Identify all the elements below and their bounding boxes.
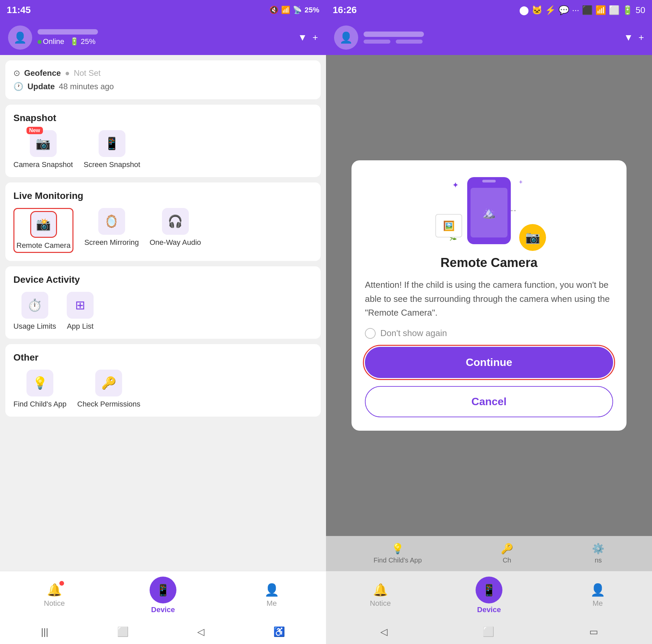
dropdown-icon[interactable]: ▼ bbox=[298, 32, 307, 43]
me-label-right: Me bbox=[593, 599, 603, 608]
strip-ns: ⚙️ ns bbox=[592, 543, 604, 564]
wifi-icon: 📶 bbox=[281, 6, 290, 15]
add-icon[interactable]: + bbox=[313, 32, 318, 43]
check-permissions-item[interactable]: 🔑 Check Permissions bbox=[77, 370, 140, 408]
clock-icon: 🕐 bbox=[13, 82, 24, 91]
status-bar-left: 11:45 🔇 📶 📡 25% bbox=[0, 0, 326, 20]
nav-home-right[interactable]: ⬜ bbox=[483, 626, 494, 637]
screen-mirroring-item[interactable]: 🪞 Screen Mirroring bbox=[84, 208, 139, 253]
modal-overlay: ✦ + 🌿 🍃 🖼️ 🏔️ bbox=[326, 55, 652, 536]
screen-snapshot-icon-box: 📱 bbox=[99, 130, 126, 157]
strip-find-child-icon: 💡 bbox=[391, 543, 404, 555]
left-phone: 11:45 🔇 📶 📡 25% 👤 Online 🔋 25% ▼ + ⊙ bbox=[0, 0, 326, 644]
dot-top-right: + bbox=[519, 179, 522, 186]
phone-illustration: 🏔️ bbox=[467, 177, 511, 244]
nav-back-right[interactable]: ◁ bbox=[380, 626, 388, 637]
nav-menu-icon[interactable]: ||| bbox=[41, 626, 48, 637]
wifi-icon-right: 📶 bbox=[595, 5, 606, 16]
camera-badge: 📷 bbox=[519, 224, 546, 251]
update-label: Update bbox=[27, 82, 55, 91]
dont-show-radio[interactable] bbox=[365, 328, 376, 339]
snapshot-items: New 📷 Camera Snapshot 📱 Screen Snapshot bbox=[13, 130, 313, 169]
find-childs-app-item[interactable]: 💡 Find Child's App bbox=[13, 370, 66, 408]
header-info: Online 🔋 25% bbox=[37, 29, 293, 46]
time-right: 16:26 bbox=[333, 5, 357, 16]
name-bar-right bbox=[363, 31, 424, 37]
status-bar-right: 16:26 ⬤ 🐱 ⚡ 💬 ··· ⬛ 📶 ⬜ 🔋 50 bbox=[326, 0, 652, 20]
system-nav-left: ||| ⬜ ◁ ♿ bbox=[0, 619, 326, 644]
device-activity-title: Device Activity bbox=[13, 274, 313, 285]
strip-check-label: Ch bbox=[503, 557, 512, 564]
app-list-item[interactable]: ⊞ App List bbox=[67, 292, 93, 331]
nav-device[interactable]: 📱 Device bbox=[143, 576, 183, 614]
notice-icon-right: 🔔 bbox=[373, 583, 388, 597]
status-icons-left: 🔇 📶 📡 25% bbox=[269, 6, 319, 15]
dont-show-label: Don't show again bbox=[380, 328, 447, 339]
phone-screen: 🏔️ bbox=[470, 188, 508, 238]
avatar: 👤 bbox=[8, 26, 32, 50]
dropdown-icon-right[interactable]: ▼ bbox=[624, 32, 633, 43]
nav-notice-right[interactable]: 🔔 Notice bbox=[360, 583, 401, 608]
dont-show-row[interactable]: Don't show again bbox=[365, 328, 613, 339]
camera-snapshot-item[interactable]: New 📷 Camera Snapshot bbox=[13, 130, 73, 169]
notice-icon: 🔔 bbox=[47, 583, 62, 597]
nav-notice[interactable]: 🔔 Notice bbox=[34, 583, 75, 608]
name-bar bbox=[37, 29, 98, 34]
battery-left: 25% bbox=[304, 6, 319, 15]
header-status-right bbox=[363, 39, 619, 44]
nav-accessibility-icon[interactable]: ♿ bbox=[273, 626, 285, 637]
notice-label: Notice bbox=[44, 599, 65, 608]
add-icon-right[interactable]: + bbox=[639, 32, 644, 43]
nav-recent-right[interactable]: ▭ bbox=[589, 626, 598, 637]
screen-snapshot-item[interactable]: 📱 Screen Snapshot bbox=[83, 130, 140, 169]
strip-ns-icon: ⚙️ bbox=[592, 543, 604, 555]
header-right: 👤 ▼ + bbox=[326, 20, 652, 55]
header-left: 👤 Online 🔋 25% ▼ + bbox=[0, 20, 326, 55]
signal-icon: 📡 bbox=[293, 6, 302, 15]
live-monitoring-section: Live Monitoring 📸 Remote Camera 🪞 Screen… bbox=[5, 183, 321, 261]
nav-me-right[interactable]: 👤 Me bbox=[577, 583, 618, 608]
nav-me[interactable]: 👤 Me bbox=[251, 583, 292, 608]
battery-status: 🔋 25% bbox=[70, 37, 96, 46]
header-actions[interactable]: ▼ + bbox=[298, 32, 318, 43]
new-badge: New bbox=[27, 127, 43, 134]
nav-back-icon[interactable]: ◁ bbox=[197, 626, 205, 637]
usage-limits-item[interactable]: ⏱️ Usage Limits bbox=[13, 292, 56, 331]
continue-button[interactable]: Continue bbox=[365, 347, 613, 378]
screen-mirroring-icon-box: 🪞 bbox=[98, 208, 125, 235]
online-dot bbox=[37, 40, 42, 44]
me-icon-right: 👤 bbox=[590, 583, 605, 597]
update-row: 🕐 Update 48 minutes ago bbox=[13, 82, 313, 91]
header-actions-right[interactable]: ▼ + bbox=[624, 32, 644, 43]
one-way-audio-label: One-Way Audio bbox=[150, 238, 201, 247]
one-way-audio-item[interactable]: 🎧 One-Way Audio bbox=[150, 208, 201, 253]
camera-snapshot-icon-box: New 📷 bbox=[30, 130, 57, 157]
more-icon: ··· bbox=[572, 5, 579, 16]
chat-icon: 💬 bbox=[559, 5, 569, 16]
remote-camera-icon-box: 📸 bbox=[30, 211, 57, 238]
find-childs-app-icon-box: 💡 bbox=[27, 370, 53, 397]
remote-camera-label: Remote Camera bbox=[17, 241, 71, 250]
remote-camera-item[interactable]: 📸 Remote Camera bbox=[13, 208, 74, 253]
me-icon: 👤 bbox=[264, 583, 279, 597]
modal-body: Attention! If the child is using the cam… bbox=[365, 278, 613, 320]
status-icons-right: ⬤ 🐱 ⚡ 💬 ··· ⬛ 📶 ⬜ 🔋 50 bbox=[519, 5, 645, 16]
device-active-icon: 📱 bbox=[150, 576, 176, 603]
nav-device-right[interactable]: 📱 Device bbox=[469, 576, 509, 614]
snapshot-section: Snapshot New 📷 Camera Snapshot 📱 Screen … bbox=[5, 105, 321, 177]
leaf-top-left: ✦ bbox=[452, 181, 459, 190]
snapshot-title: Snapshot bbox=[13, 113, 313, 124]
geofence-value: ● bbox=[65, 69, 70, 78]
avatar-right: 👤 bbox=[334, 26, 358, 50]
header-sub-left bbox=[363, 39, 390, 44]
nav-home-icon[interactable]: ⬜ bbox=[117, 626, 129, 637]
header-info-right bbox=[363, 31, 619, 44]
bottom-nav-right: 🔔 Notice 📱 Device 👤 Me bbox=[326, 571, 652, 619]
cancel-button[interactable]: Cancel bbox=[365, 386, 613, 417]
time-left: 11:45 bbox=[7, 5, 31, 16]
device-activity-items: ⏱️ Usage Limits ⊞ App List bbox=[13, 292, 313, 331]
app-list-label: App List bbox=[67, 322, 93, 331]
cat-icon: 🐱 bbox=[532, 5, 542, 16]
app-list-icon-box: ⊞ bbox=[67, 292, 93, 319]
strip-find-child: 💡 Find Child's App bbox=[374, 543, 422, 564]
